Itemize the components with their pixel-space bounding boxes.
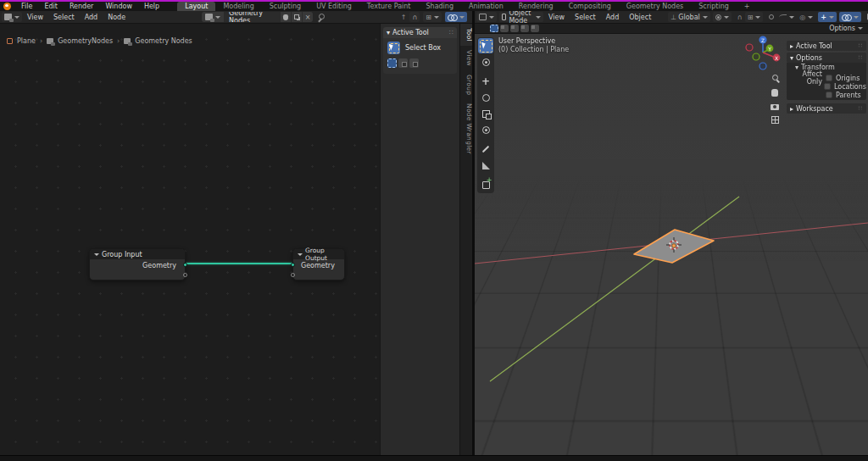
tab-uv-editing[interactable]: UV Editing [309,2,359,11]
parents-checkbox[interactable] [826,92,832,98]
select-mode-intersect[interactable] [531,25,539,32]
origins-checkbox[interactable] [826,75,832,81]
locations-checkbox[interactable] [824,83,831,90]
tab-tool[interactable]: Tool [460,24,472,46]
active-tool-panel-header[interactable]: ▸Active Tool ∷ [787,41,866,51]
overlays-dropdown[interactable] [839,12,861,22]
tab-geometry-nodes[interactable]: Geometry Nodes [619,2,691,11]
tool-cursor[interactable] [478,54,493,69]
tab-node-wrangler[interactable]: Node Wrangler [460,99,472,158]
navigation-gizmo[interactable]: Z Y X [744,34,785,73]
select-mode-subtract[interactable] [510,25,519,32]
tool-scale[interactable] [478,106,493,121]
editor-type-dropdown[interactable] [476,12,497,22]
panel-grip-icon[interactable]: ∷ [859,42,863,49]
pan-view-button[interactable] [769,86,781,98]
fake-user-shield-button[interactable] [281,12,291,22]
select-box-tool-button[interactable] [387,42,400,54]
geometry-input-socket[interactable] [291,263,295,267]
view-menu[interactable]: View [543,11,570,24]
virtual-input-socket[interactable] [291,273,295,277]
camera-view-button[interactable] [769,101,781,113]
tool-options-dropdown[interactable]: Options [829,25,863,32]
snap-target-dropdown[interactable]: ⊞ [423,12,442,22]
snap-target-dropdown[interactable]: ⊞ [745,12,764,22]
breadcrumb-nodetree[interactable]: Geometry Nodes [135,37,192,45]
menu-window[interactable]: Window [99,2,138,11]
node-menu-node[interactable]: Node [103,11,131,24]
node-menu-select[interactable]: Select [48,11,80,24]
viewport-canvas[interactable]: + User Perspective (0) Collection | Plan… [475,34,868,455]
panel-grip-icon[interactable]: ∷ [859,54,863,61]
tab-group[interactable]: Group [460,70,472,99]
tool-measure[interactable] [478,158,493,173]
object-menu[interactable]: Object [624,11,656,24]
tool-select-box[interactable] [478,38,493,53]
geometry-output-socket[interactable] [183,263,187,267]
select-menu[interactable]: Select [570,11,601,24]
node-group-input[interactable]: Group Input Geometry [89,248,186,280]
panel-grip-icon[interactable]: ∷ [859,105,863,112]
snap-toggle-button[interactable]: ∩ [409,12,420,22]
workspace-panel-header[interactable]: ▸Workspace ∷ [787,103,866,114]
menu-help[interactable]: Help [138,2,165,11]
add-menu[interactable]: Add [601,11,625,24]
tool-add-cube[interactable] [478,177,493,192]
node-group-input-header[interactable]: Group Input [90,249,185,259]
go-to-parent-button[interactable]: ↑ [401,14,407,21]
active-tool-panel-header[interactable]: ▾Active Tool ∷ [383,27,457,38]
tab-texture-paint[interactable]: Texture Paint [359,2,419,11]
node-menu-add[interactable]: Add [80,11,103,24]
add-workspace-button[interactable]: + [737,2,758,11]
tab-scripting[interactable]: Scripting [691,2,737,11]
tool-rotate[interactable] [478,90,493,105]
menu-file[interactable]: File [15,2,38,11]
transform-orientation-dropdown[interactable]: ⊥ Global [668,12,710,22]
new-datablock-button[interactable] [292,12,302,22]
tab-layout[interactable]: Layout [177,2,215,11]
snap-toggle-button[interactable]: ∩ [735,12,745,22]
node-group-output-header[interactable]: Group Output [293,249,344,259]
tool-annotate[interactable] [478,142,493,157]
xray-toggle-button[interactable] [865,12,868,22]
pivot-point-dropdown[interactable] [713,12,732,22]
visibility-dropdown[interactable]: ◎ [797,12,815,22]
breadcrumb-modifier[interactable]: GeometryNodes [58,37,113,45]
select-mode-extend[interactable] [398,58,408,68]
tool-move[interactable]: + [478,74,493,89]
falloff-dropdown[interactable] [776,12,797,22]
options-panel-header[interactable]: ▾Options ∷ [787,53,866,63]
node-menu-view[interactable]: View [22,11,48,24]
gizmos-dropdown[interactable]: + [818,12,837,22]
tab-modeling[interactable]: Modeling [215,2,261,11]
tab-sculpting[interactable]: Sculpting [262,2,309,11]
panel-grip-icon[interactable]: ∷ [449,29,453,36]
collapse-icon[interactable] [298,253,303,256]
select-mode-subtract[interactable] [409,58,419,68]
pin-icon[interactable] [318,14,325,20]
virtual-output-socket[interactable] [183,273,187,277]
select-mode-set[interactable] [387,58,397,68]
breadcrumb-object[interactable]: Plane [17,37,36,45]
tab-compositing[interactable]: Compositing [561,2,619,11]
select-mode-extend[interactable] [500,25,509,32]
node-group-output[interactable]: Group Output Geometry [292,248,345,280]
ortho-toggle-button[interactable] [769,114,781,125]
select-mode-set[interactable] [490,25,498,32]
tab-animation[interactable]: Animation [461,2,511,11]
proportional-edit-button[interactable] [766,12,776,22]
tab-rendering[interactable]: Rendering [511,2,561,11]
select-mode-invert[interactable] [520,25,529,32]
unlink-datablock-button[interactable]: × [303,12,313,22]
menu-edit[interactable]: Edit [38,2,64,11]
menu-render[interactable]: Render [64,2,99,11]
zoom-view-button[interactable] [769,71,781,83]
mode-dropdown[interactable]: Object Mode [499,12,543,22]
collapse-icon[interactable] [94,253,99,256]
blender-logo-icon[interactable] [3,3,11,10]
tool-transform[interactable] [478,122,493,137]
datablock-type-dropdown[interactable] [202,12,224,22]
tab-view[interactable]: View [460,46,472,70]
tab-shading[interactable]: Shading [418,2,461,11]
overlays-dropdown[interactable] [445,12,467,22]
